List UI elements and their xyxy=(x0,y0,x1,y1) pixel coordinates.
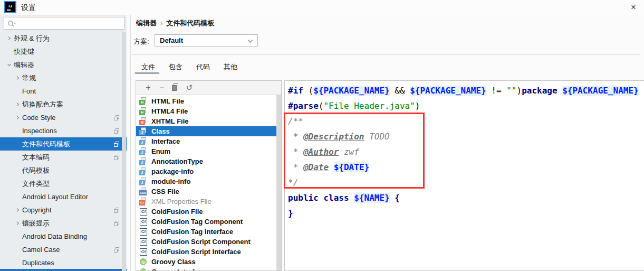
chevron-right-icon xyxy=(7,36,12,41)
coldfusion-file-icon: Cf xyxy=(139,238,148,246)
sidebar-item-file-types[interactable]: 文件类型 xyxy=(0,177,127,190)
template-item-css-file[interactable]: CSSCSS File xyxy=(136,186,281,197)
template-item-interface[interactable]: JInterface xyxy=(136,136,281,146)
coldfusion-file-icon: Cf xyxy=(139,248,148,256)
add-template-button[interactable]: + xyxy=(141,83,155,92)
breadcrumb: 编辑器›文件和代码模板 xyxy=(136,18,214,28)
code-line: * @Description TODO xyxy=(288,129,644,144)
sidebar-item-live-templates[interactable]: 代码模板 xyxy=(0,164,127,177)
sidebar-item-keymap[interactable]: 快捷键 xyxy=(0,45,127,58)
chevron-right-icon xyxy=(15,208,20,212)
sidebar-item-inspections[interactable]: Inspections xyxy=(0,124,127,137)
sidebar-item-copyright[interactable]: Copyright xyxy=(0,203,127,217)
tab-other[interactable]: 其他 xyxy=(217,60,244,75)
template-item-package-info[interactable]: Jpackage-info xyxy=(136,166,281,176)
sidebar-item-appearance-behavior[interactable]: 外观 & 行为 xyxy=(0,32,127,45)
java-file-icon: J xyxy=(139,127,148,136)
settings-sidebar: 外观 & 行为 快捷键 编辑器 常规 Font 切换配色方案 Code Styl… xyxy=(0,15,127,271)
coldfusion-file-icon: Cf xyxy=(139,228,148,236)
selected-tab-underline xyxy=(135,72,159,74)
code-line: #parse("File Header.java") xyxy=(288,98,644,114)
sidebar-item-android-layout-editor[interactable]: Android Layout Editor xyxy=(0,190,127,203)
template-list-toolbar: + − ↺ xyxy=(136,81,281,95)
template-code: #if (${PACKAGE_NAME} && ${PACKAGE_NAME} … xyxy=(285,81,644,221)
sidebar-item-general[interactable]: 常规 xyxy=(0,71,127,85)
template-item-annotationtype[interactable]: JAnnotationType xyxy=(136,156,281,166)
chevron-right-icon xyxy=(15,115,20,120)
coldfusion-file-icon: Cf xyxy=(139,218,148,226)
template-item-groovy-class[interactable]: GGroovy Class xyxy=(136,257,281,267)
template-item-module-info[interactable]: Jmodule-info xyxy=(136,176,281,186)
template-item-coldfusion-script-interface[interactable]: CfColdFusion Script Interface xyxy=(136,247,281,257)
template-item-enum[interactable]: JEnum xyxy=(136,146,281,156)
sidebar-item-file-and-code-templates[interactable]: 文件和代码模板 xyxy=(0,137,127,151)
template-list: HHTML File HHTML4 File HXHTML File JClas… xyxy=(136,96,281,270)
xhtml-file-icon: H xyxy=(139,117,148,126)
template-item-coldfusion-tag-interface[interactable]: CfColdFusion Tag Interface xyxy=(136,227,281,237)
sidebar-item-camel-case[interactable]: Camel Case xyxy=(0,243,127,256)
per-project-settings-icon xyxy=(114,221,119,226)
remove-template-button[interactable]: − xyxy=(155,83,169,92)
java-file-icon: J xyxy=(139,177,148,186)
scheme-dropdown[interactable]: Default xyxy=(155,34,258,46)
window-title: 设置 xyxy=(21,3,36,13)
tab-includes[interactable]: 包含 xyxy=(162,60,189,75)
breadcrumb-file-and-code-templates: 文件和代码模板 xyxy=(166,19,214,27)
template-item-xml-properties-file[interactable]: <>XML Properties File xyxy=(136,197,281,207)
template-item-class[interactable]: JClass xyxy=(136,126,281,136)
close-icon[interactable]: × xyxy=(628,2,639,13)
coldfusion-file-icon: Cf xyxy=(139,208,148,216)
template-item-html-file[interactable]: HHTML File xyxy=(136,96,281,106)
header-separator xyxy=(132,54,640,55)
per-project-settings-icon xyxy=(114,128,119,134)
per-project-settings-icon xyxy=(114,247,119,253)
title-bar: IJ 设置 × xyxy=(0,0,644,15)
code-line: */ xyxy=(288,175,644,190)
template-list-panel: + − ↺ HHTML File HHTML4 File HXHTML File… xyxy=(136,80,282,271)
sidebar-item-duplicates[interactable]: Duplicates xyxy=(0,256,127,269)
search-input[interactable] xyxy=(18,18,122,29)
copy-template-button[interactable] xyxy=(169,83,182,92)
template-item-coldfusion-script-component[interactable]: CfColdFusion Script Component xyxy=(136,237,281,247)
per-project-settings-icon xyxy=(114,208,119,213)
groovy-file-icon: G xyxy=(139,268,148,271)
sidebar-scrollbar[interactable] xyxy=(122,32,126,271)
java-file-icon: J xyxy=(139,147,148,156)
revert-template-button[interactable]: ↺ xyxy=(182,83,196,92)
settings-tree: 外观 & 行为 快捷键 编辑器 常规 Font 切换配色方案 Code Styl… xyxy=(0,32,127,269)
html-file-icon: H xyxy=(139,97,148,106)
search-box[interactable] xyxy=(4,17,125,30)
scheme-label: 方案: xyxy=(133,37,149,46)
code-line: public class ${NAME} { xyxy=(288,190,644,205)
template-item-xhtml-file[interactable]: HXHTML File xyxy=(136,116,281,126)
sidebar-item-color-scheme[interactable]: 切换配色方案 xyxy=(0,98,127,111)
per-project-settings-icon xyxy=(114,155,119,160)
breadcrumb-editor[interactable]: 编辑器 xyxy=(136,19,157,27)
tab-code[interactable]: 代码 xyxy=(190,60,216,75)
groovy-file-icon: G xyxy=(139,258,148,266)
template-item-html4-file[interactable]: HHTML4 File xyxy=(136,106,281,116)
template-item-coldfusion-tag-component[interactable]: CfColdFusion Tag Component xyxy=(136,217,281,227)
per-project-settings-icon xyxy=(114,115,119,120)
sidebar-item-font[interactable]: Font xyxy=(0,85,127,98)
chevron-right-icon xyxy=(15,102,20,107)
html-file-icon: H xyxy=(139,107,148,116)
sidebar-item-file-encodings[interactable]: 文本编码 xyxy=(0,151,127,164)
sidebar-item-editor[interactable]: 编辑器 xyxy=(0,58,127,71)
xml-properties-file-icon: <> xyxy=(139,198,148,206)
css-file-icon: CSS xyxy=(139,188,148,196)
sidebar-item-android-data-binding[interactable]: Android Data Binding xyxy=(0,230,127,243)
chevron-right-icon xyxy=(15,221,20,226)
java-file-icon: J xyxy=(139,137,148,146)
template-item-coldfusion-file[interactable]: CfColdFusion File xyxy=(136,207,281,217)
code-line: * @Author zwf xyxy=(288,144,644,160)
sidebar-item-code-style[interactable]: Code Style xyxy=(0,111,127,124)
code-line: } xyxy=(288,205,644,221)
template-list-scrollbar[interactable] xyxy=(276,95,281,270)
template-editor[interactable]: #if (${PACKAGE_NAME} && ${PACKAGE_NAME} … xyxy=(284,80,644,271)
sidebar-item-partially-visible[interactable] xyxy=(0,269,127,271)
java-file-icon: J xyxy=(139,157,148,166)
code-line: #if (${PACKAGE_NAME} && ${PACKAGE_NAME} … xyxy=(288,83,644,98)
template-item-groovy-interface[interactable]: GGroovy Interface xyxy=(136,267,281,270)
sidebar-item-inlay-hints[interactable]: 镶嵌提示 xyxy=(0,217,127,230)
